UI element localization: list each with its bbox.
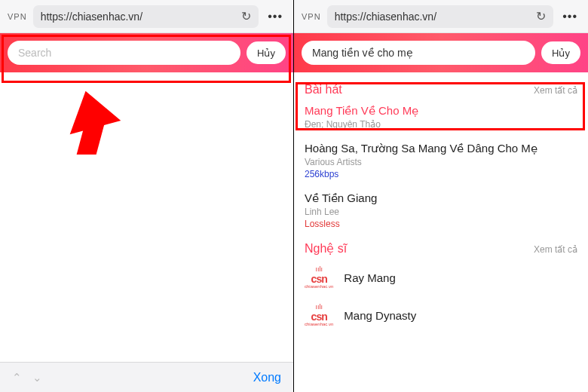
keyboard-next-icon[interactable]: ⌄ xyxy=(32,371,42,384)
song-quality: 256kbps xyxy=(305,169,577,179)
search-input[interactable] xyxy=(8,41,240,65)
artist-result[interactable]: ıılı csn chiasenhac.vn Mang Dynasty xyxy=(294,296,588,334)
song-artist: Linh Lee xyxy=(305,207,577,217)
keyboard-done-button[interactable]: Xong xyxy=(253,371,281,384)
song-title: Hoàng Sa, Trường Sa Mang Về Dâng Cho Mẹ xyxy=(305,142,577,155)
song-title: Mang Tiền Về Cho Mẹ xyxy=(305,104,577,118)
see-all-songs-link[interactable]: Xem tất cả xyxy=(534,85,577,96)
song-result[interactable]: Hoàng Sa, Trường Sa Mang Về Dâng Cho Mẹ … xyxy=(294,137,588,187)
csn-logo-icon: ıılı csn chiasenhac.vn xyxy=(305,304,333,326)
annotation-arrow xyxy=(64,90,109,158)
songs-section-header: Bài hát Xem tất cả xyxy=(294,72,588,100)
browser-bar: VPN https://chiasenhac.vn/ ↻ ••• xyxy=(294,0,588,33)
song-title: Về Tiền Giang xyxy=(305,191,577,205)
refresh-icon[interactable]: ↻ xyxy=(536,9,546,23)
search-bar: Hủy xyxy=(0,33,293,72)
search-bar: Hủy xyxy=(294,33,588,72)
url-text: https://chiasenhac.vn/ xyxy=(335,11,436,23)
search-input[interactable] xyxy=(302,41,535,65)
artist-result[interactable]: ıılı csn chiasenhac.vn Ray Mang xyxy=(294,259,588,296)
artist-name: Ray Mang xyxy=(344,271,395,284)
song-artist: Đen; Nguyên Thảo xyxy=(305,119,577,130)
csn-logo-icon: ıılı csn chiasenhac.vn xyxy=(305,266,333,289)
song-quality: Lossless xyxy=(305,219,577,229)
song-result[interactable]: Về Tiền Giang Linh Lee Lossless xyxy=(294,187,588,237)
right-pane: VPN https://chiasenhac.vn/ ↻ ••• Hủy Bài… xyxy=(294,0,588,392)
browser-bar: VPN https://chiasenhac.vn/ ↻ ••• xyxy=(0,0,293,33)
artists-section-header: Nghệ sĩ Xem tất cả xyxy=(294,237,588,259)
more-icon[interactable]: ••• xyxy=(559,10,580,23)
cancel-button[interactable]: Hủy xyxy=(247,41,286,64)
song-artist: Various Artists xyxy=(305,157,577,167)
cancel-button[interactable]: Hủy xyxy=(541,41,580,64)
artists-heading: Nghệ sĩ xyxy=(305,241,347,256)
url-text: https://chiasenhac.vn/ xyxy=(41,11,142,23)
keyboard-accessory-bar: ⌃ ⌄ Xong xyxy=(0,362,293,392)
vpn-indicator: VPN xyxy=(8,12,27,21)
more-icon[interactable]: ••• xyxy=(265,10,286,23)
artist-name: Mang Dynasty xyxy=(344,309,416,322)
songs-heading: Bài hát xyxy=(305,83,342,96)
left-pane: VPN https://chiasenhac.vn/ ↻ ••• Hủy ⌃ ⌄… xyxy=(0,0,294,392)
search-results: Bài hát Xem tất cả Mang Tiền Về Cho Mẹ Đ… xyxy=(294,72,588,392)
see-all-artists-link[interactable]: Xem tất cả xyxy=(534,244,577,255)
keyboard-prev-icon[interactable]: ⌃ xyxy=(12,371,22,384)
url-field[interactable]: https://chiasenhac.vn/ ↻ xyxy=(33,5,259,28)
refresh-icon[interactable]: ↻ xyxy=(241,9,251,23)
vpn-indicator: VPN xyxy=(302,12,321,21)
url-field[interactable]: https://chiasenhac.vn/ ↻ xyxy=(327,5,554,28)
song-result[interactable]: Mang Tiền Về Cho Mẹ Đen; Nguyên Thảo xyxy=(294,100,588,137)
